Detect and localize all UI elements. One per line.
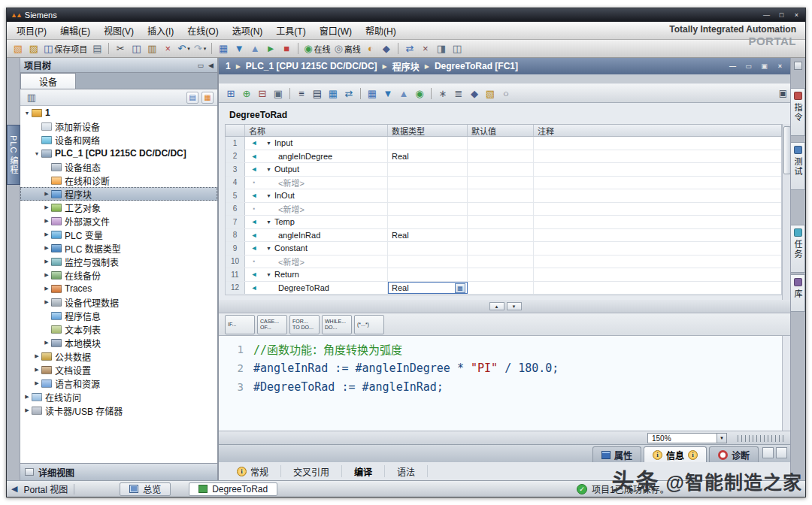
- collapse-panel-icon[interactable]: ◀: [208, 62, 214, 69]
- zoom-select[interactable]: 150% ▼: [647, 433, 727, 443]
- interface-name-cell[interactable]: ▼Output: [263, 163, 388, 176]
- code-line[interactable]: 1//函数功能：角度转换为弧度: [219, 340, 782, 358]
- menu-item[interactable]: 插入(I): [141, 21, 180, 40]
- editor-toolbar-overflow-icon[interactable]: ▣: [779, 88, 787, 98]
- task-card-tab-libraries[interactable]: 库: [791, 274, 805, 312]
- expand-icon[interactable]: ▶: [42, 259, 51, 265]
- close-icon[interactable]: ×: [792, 11, 801, 19]
- sub-tab[interactable]: 编译: [342, 465, 385, 477]
- print-icon[interactable]: ▤: [89, 41, 105, 56]
- tree-item-textlist[interactable]: 文本列表: [20, 322, 217, 336]
- zoom-ruler[interactable]: [738, 435, 786, 442]
- interface-row[interactable]: 6▪<新增>: [226, 203, 781, 216]
- interface-comment-cell[interactable]: [534, 203, 781, 216]
- tree-item-online[interactable]: ▶在线访问: [20, 390, 217, 404]
- interface-type-cell[interactable]: [388, 256, 468, 268]
- interface-name-cell[interactable]: <新增>: [263, 177, 388, 189]
- interface-default-cell[interactable]: [468, 137, 534, 150]
- cut-icon[interactable]: ✂: [113, 41, 128, 56]
- tree-item-config[interactable]: 设备组态: [20, 160, 217, 174]
- interface-name-cell[interactable]: ▼Temp: [263, 216, 388, 228]
- download-to-device-icon[interactable]: ▼: [232, 41, 247, 56]
- interface-name-cell[interactable]: angleInRad: [263, 229, 388, 242]
- upload-block-icon[interactable]: ▲: [396, 86, 411, 101]
- open-project-icon[interactable]: ▨: [26, 41, 41, 56]
- strip-menu-icon[interactable]: [794, 62, 802, 70]
- expand-sections-icon[interactable]: ≡: [294, 86, 309, 101]
- tree-item-common[interactable]: ▶公共数据: [20, 349, 217, 363]
- split-vertical-icon[interactable]: ◫: [450, 41, 465, 56]
- maximize-icon[interactable]: □: [777, 11, 786, 19]
- tree-item-network[interactable]: 设备和网络: [20, 133, 217, 147]
- info-tab-diagnostics[interactable]: 诊断: [709, 446, 759, 462]
- tree-item-datatypes[interactable]: ▶PLC 数据类型: [20, 241, 217, 255]
- interface-default-cell[interactable]: [468, 216, 534, 228]
- interface-row[interactable]: 2◄angleInDegreeReal: [226, 150, 781, 164]
- copy-icon[interactable]: ◫: [129, 41, 144, 56]
- tree-item-source[interactable]: ▶外部源文件: [20, 214, 217, 228]
- snippet-button[interactable]: FOR...TO DO...: [289, 315, 320, 334]
- interface-row[interactable]: 5◄▼InOut: [226, 189, 781, 203]
- interface-name-cell[interactable]: ▼Input: [263, 137, 388, 150]
- interface-type-cell[interactable]: [388, 163, 468, 176]
- tree-item-modules[interactable]: ▶本地模块: [20, 336, 217, 349]
- cross-reference-icon[interactable]: ⇄: [402, 41, 417, 56]
- task-card-tab-testing[interactable]: 测试: [791, 142, 805, 190]
- section-toggle-icon[interactable]: ▼: [266, 272, 271, 277]
- sub-tab[interactable]: 交叉引用: [281, 465, 342, 477]
- expand-icon[interactable]: ▶: [42, 286, 51, 292]
- insert-comment-icon[interactable]: ∗: [435, 86, 450, 101]
- find-replace-icon[interactable]: ◆: [467, 86, 482, 101]
- tree-item-diagnostics[interactable]: 在线和诊断: [20, 174, 217, 187]
- interface-default-cell[interactable]: [468, 282, 534, 295]
- interface-name-cell[interactable]: angleInDegree: [263, 150, 388, 163]
- expand-icon[interactable]: ▶: [32, 367, 41, 373]
- interface-name-cell[interactable]: <新增>: [263, 256, 388, 268]
- interface-row[interactable]: 1◄▼Input: [226, 137, 781, 150]
- menu-item[interactable]: 视图(V): [97, 21, 141, 40]
- interface-type-cell[interactable]: [388, 216, 468, 228]
- stop-cpu-icon[interactable]: ■: [279, 41, 294, 56]
- menu-item[interactable]: 窗口(W): [313, 21, 359, 40]
- expand-icon[interactable]: ▶: [42, 191, 51, 197]
- interface-default-cell[interactable]: [468, 163, 534, 176]
- minimize-icon[interactable]: —: [762, 11, 771, 19]
- interface-comment-cell[interactable]: [534, 177, 781, 189]
- breadcrumb-item[interactable]: DegreeToRad [FC1]: [435, 61, 518, 71]
- tree-item-plc[interactable]: ▼PLC_1 [CPU 1215C DC/DC/DC]: [20, 147, 217, 160]
- interface-comment-cell[interactable]: [534, 189, 781, 202]
- tree-item-project[interactable]: ▼1: [20, 106, 217, 119]
- reset-layout-icon[interactable]: ▤: [310, 86, 325, 101]
- open-details-icon[interactable]: ▤: [186, 92, 198, 104]
- close-editor-icon[interactable]: ×: [418, 41, 433, 56]
- section-toggle-icon[interactable]: ▼: [266, 167, 271, 172]
- paste-icon[interactable]: ▥: [144, 41, 159, 56]
- start-cpu-icon[interactable]: ►: [263, 41, 278, 56]
- save-project-button[interactable]: ◫保存项目: [42, 41, 89, 56]
- details-view-header[interactable]: 详细视图: [20, 463, 217, 480]
- expand-icon[interactable]: ▶: [23, 394, 32, 400]
- interface-comment-cell[interactable]: [534, 150, 781, 163]
- expand-icon[interactable]: ▶: [32, 380, 41, 386]
- interface-row[interactable]: 8◄angleInRadReal: [226, 229, 781, 243]
- sub-tab[interactable]: 语法: [385, 465, 428, 477]
- interface-default-cell[interactable]: [468, 150, 534, 163]
- interface-comment-cell[interactable]: [534, 216, 781, 228]
- degreetorad-editor-tab[interactable]: DegreeToRad: [189, 482, 277, 496]
- interface-comment-cell[interactable]: [534, 256, 781, 268]
- interface-row[interactable]: 9◄▼Constant: [226, 242, 781, 256]
- absolute-relative-icon[interactable]: ▦: [326, 86, 341, 101]
- tree-item-proxy[interactable]: ▶设备代理数据: [20, 295, 217, 309]
- favorites-icon[interactable]: ▦: [201, 92, 214, 104]
- code-line[interactable]: 2#angleInRad := #angleInDegree * "PI" / …: [219, 358, 782, 377]
- interface-type-cell[interactable]: [388, 177, 468, 189]
- tree-item-watch[interactable]: ▶监控与强制表: [20, 255, 217, 268]
- collapse-down-icon[interactable]: ▼: [507, 302, 522, 310]
- menu-item[interactable]: 帮助(H): [359, 21, 403, 40]
- interface-type-cell[interactable]: [388, 203, 468, 216]
- menu-item[interactable]: 在线(O): [180, 21, 225, 40]
- interface-type-cell[interactable]: Real: [388, 229, 468, 242]
- upload-from-device-icon[interactable]: ▲: [247, 41, 262, 56]
- delete-row-icon[interactable]: ⊟: [255, 86, 270, 101]
- expand-icon[interactable]: ▶: [23, 407, 32, 413]
